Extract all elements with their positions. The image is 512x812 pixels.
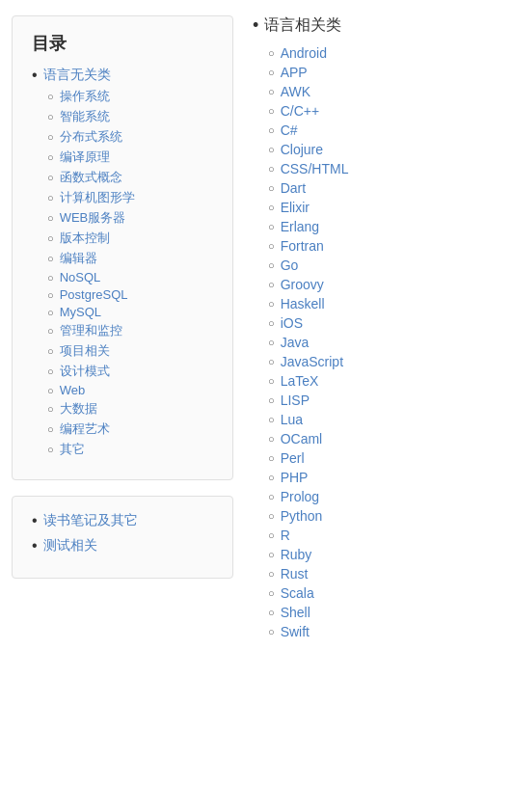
right-list-link-12[interactable]: Groovy [281,277,324,292]
right-list-link-25[interactable]: R [281,528,290,543]
right-list-link-18[interactable]: LISP [281,392,310,408]
right-list-item-25: R [268,528,500,543]
left-column: 目录 语言无关类 操作系统智能系统分布式系统编译原理函数式概念计算机图形学WEB… [12,15,233,643]
right-list-link-16[interactable]: JavaScript [281,354,343,369]
sub-list-item-13: 项目相关 [47,342,213,360]
other-section-link-0[interactable]: 读书笔记及其它 [43,512,138,529]
sub-list-item-3: 编译原理 [47,149,213,166]
right-list-link-24[interactable]: Python [281,508,323,524]
sub-list-link-15[interactable]: Web [60,383,86,397]
sub-list-language-agnostic: 操作系统智能系统分布式系统编译原理函数式概念计算机图形学WEB服务器版本控制编辑… [47,88,213,458]
right-list-item-2: AWK [268,84,500,99]
right-list-item-29: Shell [268,605,500,620]
right-list-item-19: Lua [268,412,500,427]
sub-list-link-11[interactable]: MySQL [60,305,101,319]
right-list-item-26: Ruby [268,547,500,562]
right-list-item-3: C/C++ [268,103,500,119]
sub-list-link-18[interactable]: 其它 [60,441,85,458]
sub-list-link-5[interactable]: 计算机图形学 [60,189,135,206]
right-list-item-1: APP [268,65,500,80]
sub-list-link-4[interactable]: 函数式概念 [60,169,122,186]
right-list-link-8[interactable]: Elixir [281,200,310,215]
right-list-link-11[interactable]: Go [281,257,299,273]
sub-list-link-14[interactable]: 设计模式 [60,363,110,380]
right-section-title: 语言相关类 [253,15,500,36]
right-list-link-4[interactable]: C# [281,122,298,138]
right-list-item-21: Perl [268,450,500,466]
right-list-item-20: OCaml [268,431,500,447]
toc-main-box: 目录 语言无关类 操作系统智能系统分布式系统编译原理函数式概念计算机图形学WEB… [12,15,233,480]
sub-list-item-16: 大数据 [47,400,213,418]
right-list-link-27[interactable]: Rust [281,566,309,582]
language-agnostic-link[interactable]: 语言无关类 [43,67,111,84]
right-list-link-22[interactable]: PHP [281,470,309,485]
sub-list-link-8[interactable]: 编辑器 [60,250,97,267]
right-list-item-23: Prolog [268,489,500,504]
right-list-link-13[interactable]: Haskell [281,296,325,311]
sub-list-link-16[interactable]: 大数据 [60,400,97,418]
sub-list-link-0[interactable]: 操作系统 [60,88,110,105]
right-list-link-21[interactable]: Perl [281,450,305,466]
sub-list-item-17: 编程艺术 [47,420,213,438]
right-list-link-0[interactable]: Android [281,45,327,61]
right-list-item-0: Android [268,45,500,61]
right-list-link-15[interactable]: Java [281,335,310,350]
right-list-item-18: LISP [268,392,500,408]
right-list-link-1[interactable]: APP [281,65,308,80]
other-section-item-0: 读书笔记及其它 [32,512,213,529]
right-column: 语言相关类 AndroidAPPAWKC/C++C#ClojureCSS/HTM… [245,15,500,643]
right-list-link-28[interactable]: Scala [281,585,314,601]
sub-list-link-1[interactable]: 智能系统 [60,108,110,125]
right-list-link-9[interactable]: Erlang [281,219,319,234]
right-list-link-29[interactable]: Shell [281,605,310,620]
right-list-item-24: Python [268,508,500,524]
sub-list-link-2[interactable]: 分布式系统 [60,128,122,146]
sub-list-link-13[interactable]: 项目相关 [60,342,110,360]
right-list-item-10: Fortran [268,238,500,254]
sub-list-item-11: MySQL [47,305,213,319]
right-list-link-30[interactable]: Swift [281,624,310,639]
sub-list-item-6: WEB服务器 [47,209,213,227]
right-list-link-17[interactable]: LaTeX [281,373,319,389]
sub-list-link-3[interactable]: 编译原理 [60,149,110,166]
right-list-link-14[interactable]: iOS [281,315,303,331]
right-list-link-7[interactable]: Dart [281,180,306,196]
sub-list-link-12[interactable]: 管理和监控 [60,322,122,339]
right-list-item-14: iOS [268,315,500,331]
right-list-link-26[interactable]: Ruby [281,547,312,562]
right-list-item-16: JavaScript [268,354,500,369]
right-list-item-27: Rust [268,566,500,582]
right-list-link-19[interactable]: Lua [281,412,303,427]
page-container: 目录 语言无关类 操作系统智能系统分布式系统编译原理函数式概念计算机图形学WEB… [0,0,512,659]
sub-list-item-10: PostgreSQL [47,287,213,302]
right-list-link-23[interactable]: Prolog [281,489,319,504]
right-list-link-20[interactable]: OCaml [281,431,323,447]
right-list-link-3[interactable]: C/C++ [281,103,319,119]
sub-list-link-7[interactable]: 版本控制 [60,230,110,247]
top-item-label-language-agnostic: 语言无关类 [32,67,213,84]
right-list-link-5[interactable]: Clojure [281,142,323,157]
right-list-item-6: CSS/HTML [268,161,500,176]
sub-list-item-15: Web [47,383,213,397]
sub-list-link-10[interactable]: PostgreSQL [60,287,128,302]
right-list-item-12: Groovy [268,277,500,292]
sub-list-link-17[interactable]: 编程艺术 [60,420,110,438]
right-list-item-4: C# [268,122,500,138]
main-category-list: 语言无关类 操作系统智能系统分布式系统编译原理函数式概念计算机图形学WEB服务器… [32,67,213,458]
right-list-item-7: Dart [268,180,500,196]
sub-list-link-9[interactable]: NoSQL [60,270,101,284]
right-language-list: AndroidAPPAWKC/C++C#ClojureCSS/HTMLDartE… [268,45,500,639]
sub-list-item-0: 操作系统 [47,88,213,105]
right-list-link-2[interactable]: AWK [281,84,310,99]
toc-title: 目录 [32,32,213,55]
right-list-item-28: Scala [268,585,500,601]
right-list-item-22: PHP [268,470,500,485]
other-section-link-1[interactable]: 测试相关 [43,537,97,555]
right-list-item-15: Java [268,335,500,350]
right-list-link-10[interactable]: Fortran [281,238,324,254]
other-sections-list: 读书笔记及其它测试相关 [32,512,213,555]
sub-list-link-6[interactable]: WEB服务器 [60,209,126,227]
sub-list-item-5: 计算机图形学 [47,189,213,206]
right-list-link-6[interactable]: CSS/HTML [281,161,349,176]
right-list-item-8: Elixir [268,200,500,215]
